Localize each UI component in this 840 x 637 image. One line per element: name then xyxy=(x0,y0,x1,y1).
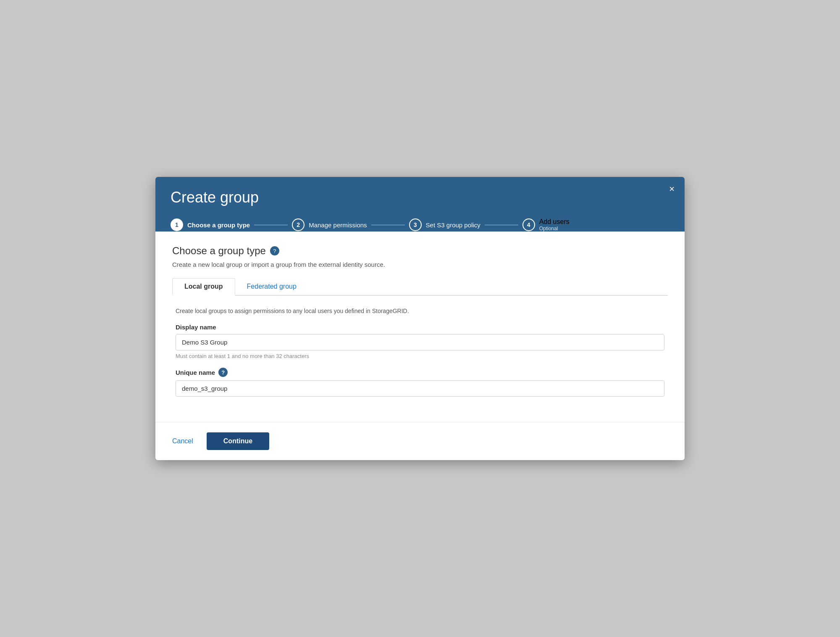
create-group-modal: × Create group 1 Choose a group type 2 M… xyxy=(155,177,685,460)
step-4-optional: Optional xyxy=(539,226,570,232)
step-connector-3 xyxy=(485,225,518,225)
tab-federated-group[interactable]: Federated group xyxy=(235,278,308,296)
modal-body: Choose a group type ? Create a new local… xyxy=(155,232,685,422)
tab-local-group[interactable]: Local group xyxy=(172,278,235,296)
tab-content-local: Create local groups to assign permission… xyxy=(172,308,668,397)
display-name-label: Display name xyxy=(176,324,664,331)
section-description: Create a new local group or import a gro… xyxy=(172,261,668,268)
modal-header: × Create group 1 Choose a group type 2 M… xyxy=(155,177,685,232)
modal-title: Create group xyxy=(171,189,669,206)
step-3-circle: 3 xyxy=(409,218,422,231)
step-4-label: Add users xyxy=(539,218,570,226)
step-2: 2 Manage permissions xyxy=(292,218,367,231)
step-1-label: Choose a group type xyxy=(187,221,250,229)
step-2-label: Manage permissions xyxy=(309,221,367,229)
display-name-field-group: Display name Must contain at least 1 and… xyxy=(176,324,664,359)
step-3-label: Set S3 group policy xyxy=(426,221,480,229)
step-connector-2 xyxy=(371,225,405,225)
section-title-text: Choose a group type xyxy=(172,245,266,257)
continue-button[interactable]: Continue xyxy=(207,432,269,450)
unique-name-label: Unique name ? xyxy=(176,368,664,377)
stepper: 1 Choose a group type 2 Manage permissio… xyxy=(171,218,669,232)
unique-name-input[interactable] xyxy=(176,380,664,397)
step-4-label-container: Add users Optional xyxy=(539,218,570,232)
close-button[interactable]: × xyxy=(669,184,675,194)
step-3: 3 Set S3 group policy xyxy=(409,218,480,231)
step-1: 1 Choose a group type xyxy=(171,218,250,231)
tab-bar: Local group Federated group xyxy=(172,278,668,296)
cancel-button[interactable]: Cancel xyxy=(172,437,193,445)
step-4: 4 Add users Optional xyxy=(522,218,570,232)
step-4-circle: 4 xyxy=(522,218,535,231)
modal-footer: Cancel Continue xyxy=(155,422,685,460)
section-title: Choose a group type ? xyxy=(172,245,668,257)
unique-name-label-text: Unique name xyxy=(176,369,215,376)
step-2-circle: 2 xyxy=(292,218,304,231)
step-connector-1 xyxy=(254,225,288,225)
unique-name-help-icon[interactable]: ? xyxy=(218,368,228,377)
step-1-circle: 1 xyxy=(171,218,183,231)
display-name-input[interactable] xyxy=(176,334,664,350)
tab-description: Create local groups to assign permission… xyxy=(176,308,664,314)
display-name-hint: Must contain at least 1 and no more than… xyxy=(176,353,664,359)
section-help-icon[interactable]: ? xyxy=(270,246,279,255)
unique-name-field-group: Unique name ? xyxy=(176,368,664,397)
